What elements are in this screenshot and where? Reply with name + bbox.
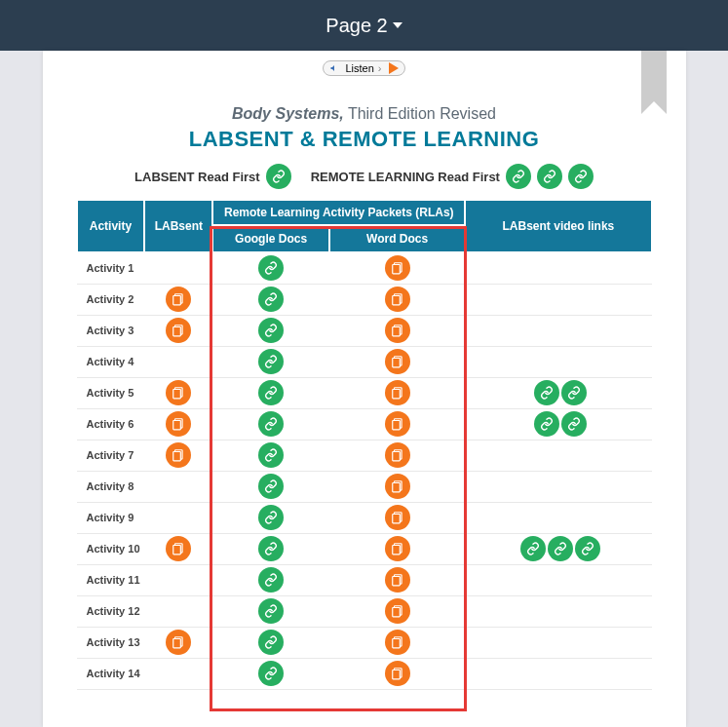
header-rla-group: Remote Learning Activity Packets (RLAs) bbox=[212, 200, 465, 225]
link-icon[interactable] bbox=[534, 380, 559, 405]
link-icon[interactable] bbox=[506, 164, 531, 189]
document-icon[interactable] bbox=[385, 661, 410, 686]
document-icon[interactable] bbox=[166, 287, 191, 312]
link-icon[interactable] bbox=[258, 661, 284, 686]
video-links-cell bbox=[465, 533, 651, 564]
word-docs-cell bbox=[329, 595, 465, 627]
word-docs-cell bbox=[329, 658, 465, 689]
link-icon[interactable] bbox=[575, 536, 600, 561]
word-docs-cell bbox=[329, 377, 465, 408]
google-docs-cell bbox=[212, 440, 329, 471]
subtitle: Body Systems, Third Edition Revised bbox=[43, 105, 686, 123]
video-links-cell bbox=[465, 377, 651, 408]
table-header: Activity LABsent Remote Learning Activit… bbox=[77, 200, 652, 252]
document-icon[interactable] bbox=[166, 318, 191, 343]
header-word-docs: Word Docs bbox=[329, 225, 465, 252]
table-body: Activity 1Activity 2Activity 3Activity 4… bbox=[77, 252, 652, 689]
activity-label: Activity 11 bbox=[77, 564, 145, 595]
activity-label: Activity 12 bbox=[77, 595, 145, 627]
activity-label: Activity 3 bbox=[77, 315, 145, 346]
header-labsent: LABsent bbox=[144, 200, 212, 252]
labsent-cell bbox=[144, 564, 212, 595]
link-icon[interactable] bbox=[258, 598, 284, 624]
word-docs-cell bbox=[329, 471, 465, 502]
listen-button[interactable]: Listen › bbox=[323, 60, 404, 76]
labsent-read-first: LABSENT Read First bbox=[134, 164, 291, 189]
google-docs-cell bbox=[212, 284, 329, 315]
document-icon[interactable] bbox=[385, 474, 410, 499]
chevron-right-icon: › bbox=[378, 62, 382, 74]
header-video: LABsent video links bbox=[465, 200, 651, 252]
play-icon[interactable] bbox=[389, 62, 399, 74]
link-icon[interactable] bbox=[548, 536, 573, 561]
link-icon[interactable] bbox=[258, 442, 284, 468]
link-icon[interactable] bbox=[561, 411, 587, 437]
link-icon[interactable] bbox=[258, 349, 284, 374]
title-block: Body Systems, Third Edition Revised LABS… bbox=[43, 105, 686, 152]
word-docs-cell bbox=[329, 252, 465, 284]
document-icon[interactable] bbox=[385, 318, 410, 343]
link-icon[interactable] bbox=[258, 287, 284, 312]
labsent-cell bbox=[144, 502, 212, 533]
chevron-down-icon[interactable] bbox=[393, 22, 402, 28]
activity-table: Activity LABsent Remote Learning Activit… bbox=[76, 199, 653, 690]
document-icon[interactable] bbox=[385, 255, 410, 281]
video-links-cell bbox=[465, 284, 651, 315]
document-icon[interactable] bbox=[385, 505, 410, 530]
table-row: Activity 13 bbox=[77, 627, 652, 658]
labsent-cell bbox=[144, 408, 212, 440]
table-row: Activity 10 bbox=[77, 533, 652, 564]
google-docs-cell bbox=[212, 471, 329, 502]
google-docs-cell bbox=[212, 408, 329, 440]
document-icon[interactable] bbox=[385, 411, 410, 437]
table-row: Activity 11 bbox=[77, 564, 652, 595]
link-icon[interactable] bbox=[258, 505, 284, 530]
link-icon[interactable] bbox=[537, 164, 562, 189]
link-icon[interactable] bbox=[258, 567, 284, 593]
word-docs-cell bbox=[329, 408, 465, 440]
link-icon[interactable] bbox=[561, 380, 587, 405]
page-indicator[interactable]: Page 2 bbox=[326, 15, 387, 37]
document-icon[interactable] bbox=[385, 536, 410, 561]
labsent-cell bbox=[144, 315, 212, 346]
link-icon[interactable] bbox=[258, 630, 284, 655]
link-icon[interactable] bbox=[258, 380, 284, 405]
document-icon[interactable] bbox=[385, 567, 410, 593]
google-docs-cell bbox=[212, 595, 329, 627]
read-first-row: LABSENT Read First REMOTE LEARNING Read … bbox=[43, 164, 686, 189]
word-docs-cell bbox=[329, 346, 465, 377]
link-icon[interactable] bbox=[266, 164, 291, 189]
document-icon[interactable] bbox=[385, 442, 410, 468]
link-icon[interactable] bbox=[258, 255, 284, 281]
link-icon[interactable] bbox=[568, 164, 594, 189]
activity-label: Activity 5 bbox=[77, 377, 145, 408]
link-icon[interactable] bbox=[534, 411, 559, 437]
document-icon[interactable] bbox=[385, 349, 410, 374]
link-icon[interactable] bbox=[258, 474, 284, 499]
document-icon[interactable] bbox=[385, 380, 410, 405]
labsent-cell bbox=[144, 658, 212, 689]
document-icon[interactable] bbox=[166, 380, 191, 405]
remote-read-first: REMOTE LEARNING Read First bbox=[311, 164, 594, 189]
labsent-cell bbox=[144, 595, 212, 627]
link-icon[interactable] bbox=[520, 536, 546, 561]
document-icon[interactable] bbox=[166, 442, 191, 468]
activity-label: Activity 14 bbox=[77, 658, 145, 689]
activity-label: Activity 6 bbox=[77, 408, 145, 440]
word-docs-cell bbox=[329, 284, 465, 315]
document-icon[interactable] bbox=[385, 598, 410, 624]
activity-label: Activity 9 bbox=[77, 502, 145, 533]
activity-label: Activity 10 bbox=[77, 533, 145, 564]
table-row: Activity 7 bbox=[77, 440, 652, 471]
labsent-cell bbox=[144, 440, 212, 471]
document-icon[interactable] bbox=[385, 287, 410, 312]
document-icon[interactable] bbox=[385, 630, 410, 655]
link-icon[interactable] bbox=[258, 318, 284, 343]
link-icon[interactable] bbox=[258, 411, 284, 437]
document-icon[interactable] bbox=[166, 630, 191, 655]
document-icon[interactable] bbox=[166, 411, 191, 437]
labsent-cell bbox=[144, 252, 212, 284]
document-icon[interactable] bbox=[166, 536, 191, 561]
top-bar: Page 2 bbox=[0, 0, 728, 51]
link-icon[interactable] bbox=[258, 536, 284, 561]
